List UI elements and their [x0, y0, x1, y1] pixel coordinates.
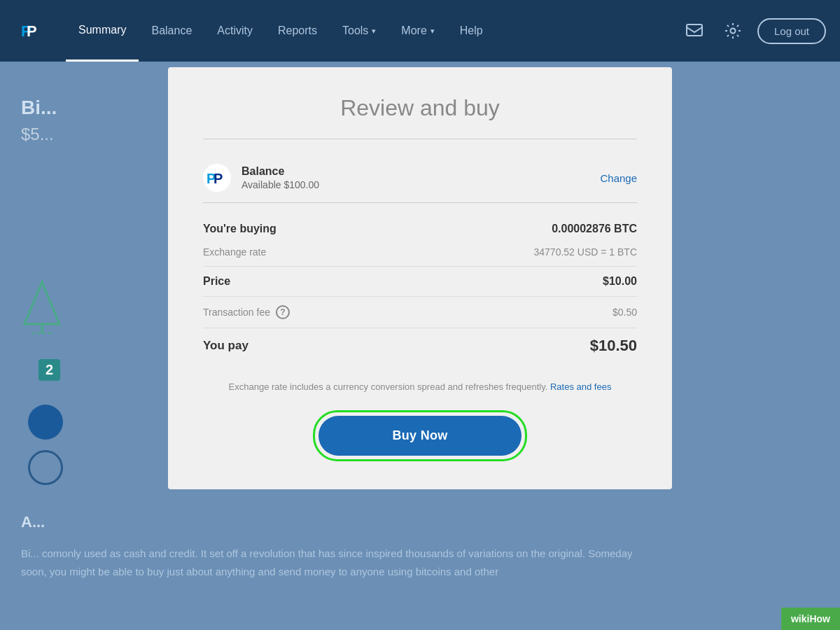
divider-2: [203, 296, 637, 297]
divider-1: [203, 266, 637, 267]
help-icon[interactable]: ?: [276, 305, 290, 319]
price-value: $10.00: [603, 275, 637, 288]
transaction-fee-value: $0.50: [612, 307, 637, 318]
buy-now-outer-border: Buy Now: [313, 410, 527, 461]
svg-text:P: P: [214, 171, 223, 186]
payment-info: Balance Available $100.00: [241, 165, 600, 190]
modal-divider: [203, 139, 637, 139]
rates-fees-link[interactable]: Rates and fees: [550, 382, 611, 392]
price-row: Price $10.00: [203, 270, 637, 293]
you-pay-label: You pay: [203, 339, 248, 353]
transaction-fee-row: Transaction fee ? $0.50: [203, 300, 637, 325]
payment-available: Available $100.00: [241, 179, 600, 190]
exchange-rate-value: 34770.52 USD = 1 BTC: [534, 246, 637, 258]
buy-now-button[interactable]: Buy Now: [318, 416, 522, 456]
change-link[interactable]: Change: [600, 172, 637, 184]
modal-title: Review and buy: [203, 95, 637, 121]
payment-label: Balance: [241, 165, 600, 178]
payment-method-row: P P Balance Available $100.00 Change: [203, 153, 637, 203]
buying-row: You're buying 0.00002876 BTC: [203, 217, 637, 241]
transaction-fee-label: Transaction fee ?: [203, 305, 290, 319]
buy-now-wrapper: Buy Now: [203, 410, 637, 461]
modal-overlay: Review and buy P P Balance Available $10…: [0, 0, 840, 630]
disclaimer: Exchange rate includes a currency conver…: [203, 380, 637, 395]
price-label: Price: [203, 275, 230, 288]
you-pay-row: You pay $10.50: [203, 331, 637, 360]
exchange-rate-row: Exchange rate 34770.52 USD = 1 BTC: [203, 241, 637, 263]
paypal-logo-small: P P: [203, 164, 231, 192]
modal: Review and buy P P Balance Available $10…: [168, 67, 672, 489]
you-pay-value: $10.50: [590, 337, 637, 355]
exchange-rate-label: Exchange rate: [203, 246, 266, 258]
buying-value: 0.00002876 BTC: [552, 223, 637, 235]
detail-section: You're buying 0.00002876 BTC Exchange ra…: [203, 210, 637, 368]
divider-3: [203, 328, 637, 328]
buying-label: You're buying: [203, 223, 276, 235]
